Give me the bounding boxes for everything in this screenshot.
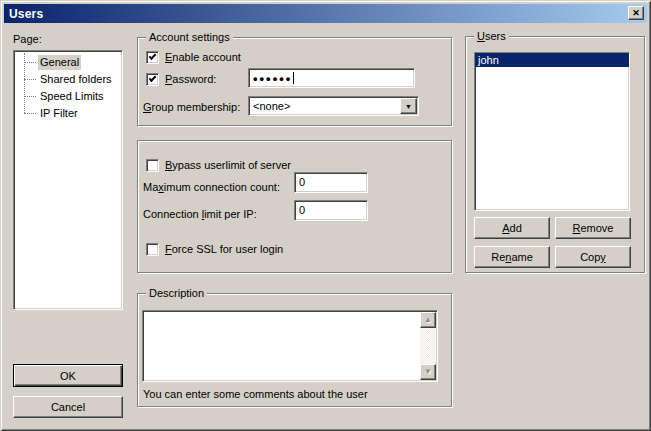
close-icon: ✕ bbox=[632, 9, 640, 18]
checkmark-icon bbox=[149, 74, 157, 82]
add-user-button[interactable]: Add bbox=[474, 217, 550, 239]
tree-item-label: Shared folders bbox=[38, 72, 114, 87]
max-connection-count-value: 0 bbox=[299, 176, 305, 188]
tree-item-general[interactable]: General bbox=[14, 54, 122, 71]
description-hint: You can enter some comments about the us… bbox=[143, 388, 368, 401]
close-button[interactable]: ✕ bbox=[628, 6, 644, 20]
bypass-userlimit-checkbox[interactable] bbox=[146, 159, 159, 172]
password-value: •••••• bbox=[253, 71, 292, 86]
users-title: Users bbox=[474, 30, 509, 43]
group-membership-combobox[interactable]: <none> ▼ bbox=[248, 96, 419, 116]
tree-item-ip-filter[interactable]: IP Filter bbox=[14, 105, 122, 122]
tree-item-label: Speed Limits bbox=[38, 89, 106, 104]
combo-dropdown-button[interactable]: ▼ bbox=[400, 98, 417, 114]
users-dialog: Users ✕ Page: General Shared folders Spe… bbox=[0, 0, 651, 431]
max-connection-count-label: Maximum connection count: bbox=[143, 181, 280, 194]
force-ssl-checkbox[interactable] bbox=[146, 243, 159, 256]
enable-account-checkbox[interactable] bbox=[146, 51, 159, 64]
description-textarea[interactable]: ▲ ▼ bbox=[142, 310, 438, 382]
connection-limit-per-ip-label: Connection limit per IP: bbox=[143, 208, 257, 221]
tree-item-label: General bbox=[38, 55, 81, 70]
cancel-button[interactable]: Cancel bbox=[13, 396, 123, 418]
description-scrollbar[interactable]: ▲ ▼ bbox=[420, 312, 436, 380]
scroll-up-icon: ▲ bbox=[424, 316, 432, 324]
page-tree[interactable]: General Shared folders Speed Limits IP F… bbox=[13, 50, 123, 310]
connection-limits-group: Bypass userlimit of server Maximum conne… bbox=[137, 140, 452, 273]
password-input[interactable]: •••••• bbox=[248, 68, 415, 88]
description-group: Description ▲ ▼ You can enter some comme… bbox=[137, 293, 452, 407]
account-settings-title: Account settings bbox=[146, 31, 233, 44]
enable-account-label: Enable account bbox=[165, 51, 241, 64]
tree-item-label: IP Filter bbox=[38, 106, 80, 121]
user-name: john bbox=[478, 54, 499, 66]
rename-user-button[interactable]: Rename bbox=[474, 246, 550, 268]
scroll-up-button[interactable]: ▲ bbox=[420, 312, 436, 328]
page-label: Page: bbox=[13, 33, 42, 46]
scroll-down-icon: ▼ bbox=[424, 368, 432, 376]
tree-item-shared-folders[interactable]: Shared folders bbox=[14, 71, 122, 88]
users-listbox[interactable]: john bbox=[474, 52, 630, 211]
account-settings-group: Account settings Enable account Password… bbox=[137, 37, 452, 126]
description-title: Description bbox=[146, 287, 207, 300]
user-list-item[interactable]: john bbox=[475, 53, 629, 67]
password-checkbox[interactable] bbox=[146, 73, 159, 86]
bypass-userlimit-label: Bypass userlimit of server bbox=[165, 159, 291, 172]
tree-item-speed-limits[interactable]: Speed Limits bbox=[14, 88, 122, 105]
ok-button[interactable]: OK bbox=[13, 364, 123, 387]
connection-limit-per-ip-value: 0 bbox=[299, 204, 305, 216]
max-connection-count-input[interactable]: 0 bbox=[294, 172, 368, 193]
chevron-down-icon: ▼ bbox=[405, 103, 412, 110]
title-bar[interactable]: Users ✕ bbox=[4, 4, 647, 23]
users-group: Users john Add Remove Rename Copy bbox=[465, 36, 645, 273]
force-ssl-label: Force SSL for user login bbox=[165, 243, 283, 256]
password-label: Password: bbox=[165, 73, 216, 86]
text-caret bbox=[293, 72, 294, 84]
remove-user-button[interactable]: Remove bbox=[555, 217, 631, 239]
copy-user-button[interactable]: Copy bbox=[555, 246, 631, 268]
group-membership-label: Group membership: bbox=[143, 101, 240, 114]
scroll-down-button[interactable]: ▼ bbox=[420, 364, 436, 380]
window-title: Users bbox=[9, 7, 43, 21]
group-membership-value: <none> bbox=[249, 97, 418, 113]
checkmark-icon bbox=[149, 52, 157, 60]
connection-limit-per-ip-input[interactable]: 0 bbox=[294, 200, 368, 221]
